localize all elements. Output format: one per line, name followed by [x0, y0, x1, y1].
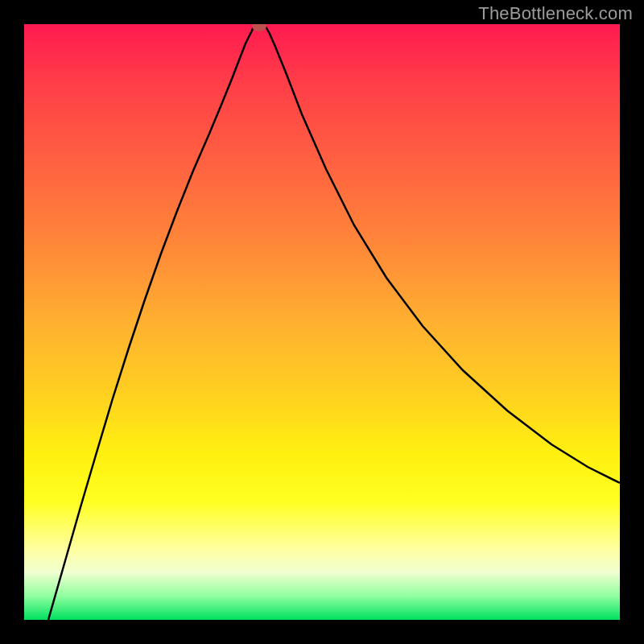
plot-area: [24, 24, 620, 620]
curve-right-branch: [266, 27, 620, 483]
curve-left-branch: [48, 27, 254, 620]
minimum-marker: [252, 24, 266, 31]
curve-layer: [24, 24, 620, 620]
chart-frame: TheBottleneck.com: [0, 0, 644, 644]
watermark-text: TheBottleneck.com: [478, 3, 633, 24]
